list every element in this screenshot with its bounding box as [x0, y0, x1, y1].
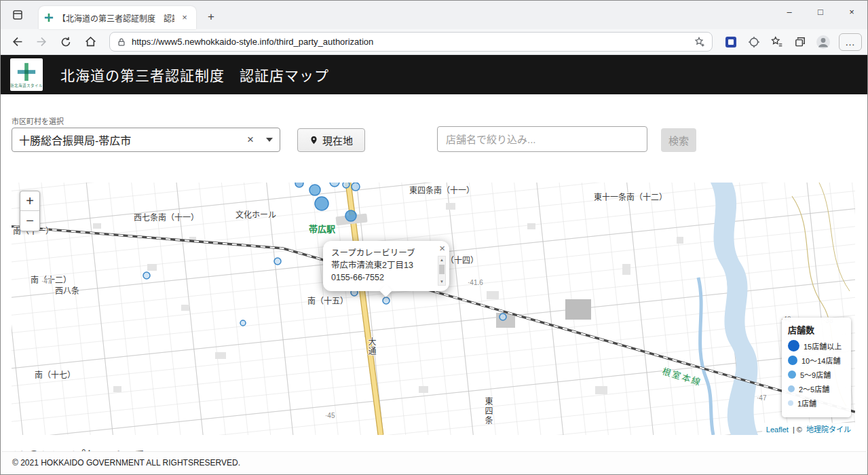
- legend-label: 10〜14店舗: [801, 355, 840, 366]
- store-popup: スープカレービリーブ 帯広市清流東2丁目13 0155-66-7552 × ▲ …: [323, 241, 449, 291]
- store-marker[interactable]: [345, 210, 356, 221]
- home-icon[interactable]: [79, 32, 101, 52]
- favorites-hub-icon[interactable]: [767, 32, 787, 52]
- site-logo: 新北海道スタイル: [10, 58, 43, 91]
- gsi-tiles-link[interactable]: 地理院タイル: [806, 425, 851, 434]
- store-marker[interactable]: [143, 272, 150, 279]
- leaflet-link[interactable]: Leaflet: [766, 425, 789, 434]
- browser-navbar: https://www5.newhokkaido-style.info/thir…: [1, 29, 867, 55]
- store-count-legend: 店舗数 15店舗以上10〜14店舗5〜9店舗2〜5店舗1店舗: [782, 318, 851, 417]
- zoom-control: + −: [20, 191, 40, 231]
- legend-item: 10〜14店舗: [788, 355, 845, 366]
- tab-title: 【北海道の第三者認証制度 認証: [58, 12, 174, 24]
- popup-store-phone: 0155-66-7552: [331, 271, 433, 284]
- store-marker[interactable]: [274, 258, 281, 265]
- legend-dot-icon: [788, 400, 793, 406]
- search-button[interactable]: 検索: [661, 128, 696, 152]
- legend-title: 店舗数: [788, 323, 845, 336]
- legend-dot-icon: [788, 385, 795, 392]
- scrollbar-thumb[interactable]: [439, 265, 445, 274]
- municipality-select-group: 市区町村を選択 十勝総合振興局-帯広市 ×: [12, 115, 280, 152]
- legend-item: 15店舗以上: [788, 340, 845, 352]
- legend-label: 5〜9店舗: [800, 369, 831, 380]
- chevron-down-icon[interactable]: [266, 138, 273, 142]
- clear-icon[interactable]: ×: [240, 133, 261, 147]
- legend-items: 15店舗以上10〜14店舗5〜9店舗2〜5店舗1店舗: [788, 340, 845, 408]
- add-favorite-icon[interactable]: [694, 37, 705, 48]
- store-marker[interactable]: [343, 183, 350, 188]
- page-footer: © 2021 HOKKAIDO GOVERNMENT ALL RIGHTSRES…: [1, 451, 867, 474]
- legend-item: 1店舗: [788, 398, 845, 408]
- browser-titlebar: 【北海道の第三者認証制度 認証 × + – □ ×: [1, 1, 867, 29]
- leaflet-map[interactable]: 東四条南（十一）東十一条南（十二）西七条南（十一）文化ホール帯広駅南（十一）南（…: [12, 183, 855, 435]
- browser-tab[interactable]: 【北海道の第三者認証制度 認証 ×: [39, 6, 196, 29]
- legend-dot-icon: [788, 356, 797, 365]
- legend-item: 2〜5店舗: [788, 383, 845, 394]
- profile-avatar[interactable]: [813, 32, 833, 52]
- store-marker[interactable]: [315, 197, 328, 210]
- settings-more-button[interactable]: …: [839, 33, 862, 51]
- popup-store-address: 帯広市清流東2丁目13: [331, 259, 433, 271]
- forward-icon[interactable]: [31, 32, 52, 52]
- store-marker[interactable]: [352, 183, 360, 191]
- close-button[interactable]: ×: [836, 1, 867, 22]
- store-marker[interactable]: [295, 183, 303, 187]
- window-controls: – □ ×: [774, 1, 867, 22]
- scroll-up-icon[interactable]: ▲: [440, 256, 444, 263]
- map-tile-layer: [12, 183, 855, 435]
- legend-dot-icon: [788, 370, 796, 379]
- url-text: https://www5.newhokkaido-style.info/thir…: [132, 37, 694, 47]
- logo-cross-icon: [16, 62, 37, 82]
- store-marker[interactable]: [240, 320, 246, 326]
- site-header: 新北海道スタイル 北海道の第三者認証制度 認証店マップ: [1, 55, 867, 94]
- new-tab-button[interactable]: +: [203, 9, 219, 25]
- store-marker[interactable]: [499, 314, 506, 320]
- copyright-text: © 2021 HOKKAIDO GOVERNMENT ALL RIGHTSRES…: [12, 458, 240, 468]
- municipality-select-label: 市区町村を選択: [12, 115, 280, 126]
- tab-actions-icon[interactable]: [10, 8, 25, 22]
- store-marker[interactable]: [309, 185, 320, 195]
- zoom-out-button[interactable]: −: [20, 211, 39, 231]
- popup-store-name: スープカレービリーブ: [331, 247, 433, 259]
- legend-label: 2〜5店舗: [799, 383, 829, 394]
- address-bar[interactable]: https://www5.newhokkaido-style.info/thir…: [109, 32, 713, 52]
- lock-icon: [117, 37, 126, 47]
- legend-dot-icon: [788, 340, 799, 352]
- page-title: 北海道の第三者認証制度 認証店マップ: [60, 64, 329, 85]
- attribution-separator: | ©: [793, 425, 802, 434]
- back-icon[interactable]: [6, 32, 28, 52]
- extension-blue-icon[interactable]: [721, 32, 741, 52]
- map-attribution: Leaflet | © 地理院タイル: [762, 423, 855, 435]
- extension-gray-icon[interactable]: [744, 32, 764, 52]
- popup-scrollbar[interactable]: ▲ ▼: [438, 256, 446, 286]
- minimize-button[interactable]: –: [774, 1, 805, 22]
- store-marker[interactable]: [383, 297, 390, 304]
- map-controls: 市区町村を選択 十勝総合振興局-帯広市 × 現在地 検索: [1, 94, 867, 152]
- collections-icon[interactable]: [790, 32, 810, 52]
- legend-label: 15店舗以上: [804, 341, 842, 352]
- tab-close-icon[interactable]: ×: [178, 12, 191, 24]
- municipality-select-value: 十勝総合振興局-帯広市: [19, 132, 240, 148]
- municipality-select[interactable]: 十勝総合振興局-帯広市 ×: [12, 128, 280, 152]
- logo-text: 新北海道スタイル: [10, 83, 43, 88]
- store-filter-input[interactable]: [437, 126, 647, 152]
- popup-close-icon[interactable]: ×: [439, 243, 445, 253]
- zoom-in-button[interactable]: +: [20, 191, 39, 211]
- maximize-button[interactable]: □: [805, 1, 836, 22]
- tab-favicon: [44, 13, 54, 22]
- legend-label: 1店舗: [797, 398, 816, 408]
- location-pin-icon: [309, 135, 318, 145]
- current-location-label: 現在地: [322, 133, 353, 147]
- legend-item: 5〜9店舗: [788, 369, 845, 380]
- current-location-button[interactable]: 現在地: [297, 128, 365, 152]
- refresh-icon[interactable]: [55, 32, 77, 52]
- scroll-down-icon[interactable]: ▼: [440, 278, 444, 285]
